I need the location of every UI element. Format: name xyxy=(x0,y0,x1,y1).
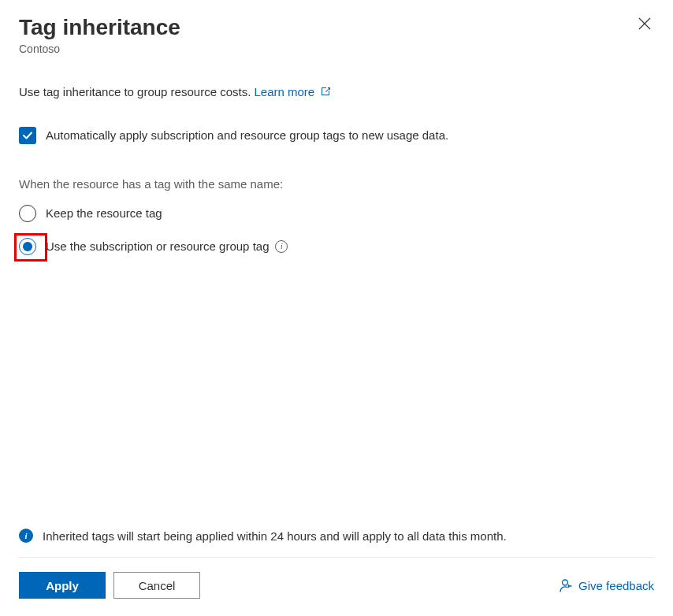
close-icon xyxy=(638,17,651,30)
auto-apply-checkbox[interactable] xyxy=(19,127,36,144)
give-feedback-link[interactable]: Give feedback xyxy=(558,578,654,592)
radio-use-label: Use the subscription or resource group t… xyxy=(46,239,288,253)
radio-use-circle[interactable] xyxy=(19,238,36,255)
checkmark-icon xyxy=(22,130,33,141)
apply-button[interactable]: Apply xyxy=(19,572,106,599)
auto-apply-label: Automatically apply subscription and res… xyxy=(46,128,448,142)
radio-option-keep[interactable]: Keep the resource tag xyxy=(19,205,654,222)
page-title: Tag inheritance xyxy=(19,14,180,41)
close-button[interactable] xyxy=(635,14,654,35)
radio-keep-label: Keep the resource tag xyxy=(46,206,162,220)
radio-heading: When the resource has a tag with the sam… xyxy=(19,177,654,191)
info-bar-text: Inherited tags will start being applied … xyxy=(43,529,507,543)
radio-selected-dot xyxy=(23,242,32,251)
info-circle-icon: i xyxy=(19,529,33,543)
learn-more-link[interactable]: Learn more xyxy=(255,85,333,98)
info-bar: i Inherited tags will start being applie… xyxy=(19,521,654,551)
page-subtitle: Contoso xyxy=(19,43,180,55)
divider xyxy=(19,557,654,558)
description-text: Use tag inheritance to group resource co… xyxy=(19,85,654,98)
radio-option-use-subscription[interactable]: Use the subscription or resource group t… xyxy=(19,238,654,255)
feedback-icon xyxy=(558,578,572,592)
info-icon[interactable]: i xyxy=(275,240,288,253)
cancel-button[interactable]: Cancel xyxy=(113,572,200,599)
external-link-icon xyxy=(319,85,332,98)
auto-apply-checkbox-row[interactable]: Automatically apply subscription and res… xyxy=(19,127,654,144)
radio-keep-circle[interactable] xyxy=(19,205,36,222)
